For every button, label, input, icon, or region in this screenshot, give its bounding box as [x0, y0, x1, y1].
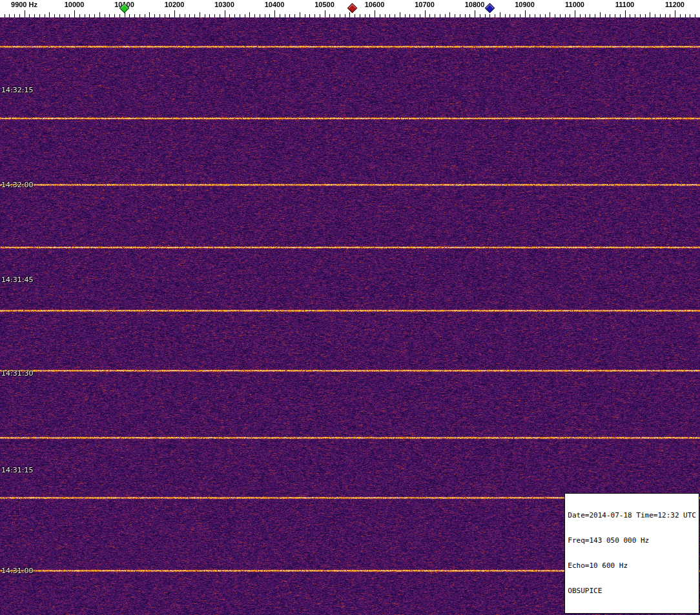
freq-tick-label: 11100	[615, 1, 634, 8]
time-label: 14:31:45	[1, 276, 33, 284]
freq-tick-label: 10200	[165, 1, 185, 8]
freq-tick-label: 10700	[415, 1, 435, 8]
freq-tick-label: 10500	[314, 1, 335, 8]
info-line-frequency: Freq=143 050 000 Hz	[568, 536, 696, 545]
spectrogram-window: 9900 Hz100001010010200103001040010500106…	[0, 0, 700, 615]
info-line-date-time: Date=2014-07-18 Time=12:32 UTC	[568, 511, 696, 519]
freq-tick-label: 10400	[265, 1, 285, 8]
time-label: 14:31:00	[1, 567, 33, 575]
freq-tick-label: 11200	[665, 1, 685, 8]
freq-tick-label: 10300	[214, 1, 234, 8]
waterfall-display[interactable]: -100 dB -50 0 Date=2014-07-18 Time=12:32…	[0, 17, 700, 615]
freq-tick-label: 10900	[515, 1, 535, 8]
freq-tick-label: 11000	[565, 1, 584, 8]
info-box: Date=2014-07-18 Time=12:32 UTC Freq=143 …	[564, 493, 699, 614]
time-label: 14:31:15	[1, 466, 33, 474]
info-line-station: OBSUPICE	[568, 587, 696, 595]
freq-tick-label: 10800	[465, 1, 485, 8]
info-line-echo: Echo=10 600 Hz	[568, 561, 696, 570]
frequency-ruler[interactable]: 9900 Hz100001010010200103001040010500106…	[0, 0, 700, 17]
freq-tick-label: 10000	[65, 1, 85, 8]
time-label: 14:32:00	[1, 181, 33, 189]
time-label: 14:32:15	[1, 86, 33, 94]
freq-tick-label: 10600	[365, 1, 385, 8]
time-label: 14:31:30	[1, 369, 33, 378]
freq-tick-label: 9900 Hz	[11, 1, 37, 8]
